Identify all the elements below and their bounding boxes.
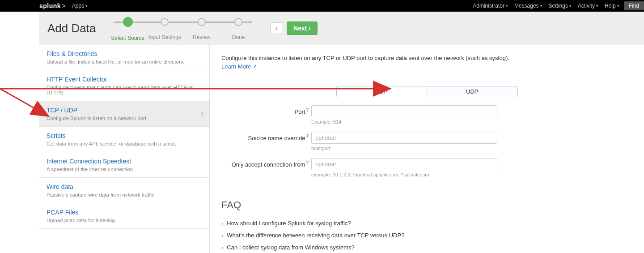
- protocol-option-tcp[interactable]: TCP: [337, 86, 428, 97]
- accept-from-label-text: Only accept connection from: [232, 161, 305, 168]
- faq-question[interactable]: ›What's the difference between receiving…: [221, 229, 632, 241]
- help-label: Help: [605, 3, 616, 9]
- faq-section: FAQ ›How should I configure Splunk for s…: [221, 191, 632, 253]
- brand-chevron-icon: >: [62, 2, 66, 9]
- sidebar-item-speedtest[interactable]: Internet Connection Speedtest A speedtes…: [39, 152, 209, 178]
- sidebar-item-title: PCAP Files: [47, 209, 202, 216]
- wizard-header: Add Data Select Source Input Settings Re…: [39, 12, 644, 45]
- apps-label: Apps: [72, 3, 84, 9]
- accept-from-hint: example: 10.1.2.3, !badhost.splunk.com, …: [311, 172, 632, 177]
- accept-from-row: Only accept connection from?: [221, 158, 632, 170]
- learn-more-label: Learn More: [221, 63, 251, 70]
- accept-from-label: Only accept connection from?: [221, 160, 311, 168]
- sidebar-item-desc: A speedtest of the Internet connection: [47, 167, 202, 172]
- sidebar-item-title: Wire data: [47, 183, 202, 190]
- wizard-step-done[interactable]: Done: [220, 15, 257, 40]
- administrator-menu[interactable]: Administrator▾: [473, 3, 508, 9]
- prev-button[interactable]: ‹: [270, 22, 282, 34]
- sidebar-item-title: Files & Directories: [47, 50, 202, 57]
- wizard-dot-icon: [123, 17, 133, 27]
- caret-down-icon: ▾: [596, 4, 598, 8]
- faq-question-text: What's the difference between receiving …: [227, 232, 404, 239]
- next-button[interactable]: Next ›: [287, 21, 318, 35]
- activity-label: Activity: [578, 3, 595, 9]
- caret-down-icon: ▾: [569, 4, 572, 8]
- port-input[interactable]: [311, 105, 497, 117]
- wizard-step-label: Done: [232, 34, 245, 40]
- find-button[interactable]: Find: [624, 1, 644, 10]
- wizard-step-label: Select Source: [111, 35, 144, 41]
- help-menu[interactable]: Help▾: [605, 3, 619, 9]
- external-link-icon: ↗: [253, 64, 257, 69]
- faq-question[interactable]: ›How should I configure Splunk for syslo…: [221, 217, 632, 229]
- sidebar-item-desc: Get data from any API, service, or datab…: [47, 141, 202, 146]
- protocol-option-udp[interactable]: UDP: [427, 86, 517, 97]
- wizard-step-label: Review: [193, 34, 210, 40]
- port-row: Port?: [221, 105, 632, 117]
- page-title: Add Data: [47, 21, 96, 35]
- apps-menu[interactable]: Apps▾: [72, 3, 88, 9]
- sidebar-item-tcp-udp[interactable]: TCP / UDP Configure Splunk to listen on …: [39, 101, 209, 127]
- port-label: Port?: [221, 107, 311, 115]
- sidebar-item-title: HTTP Event Collector: [47, 76, 202, 83]
- sidebar-item-wire-data[interactable]: Wire data Passively capture wire data fr…: [39, 178, 209, 203]
- source-name-input[interactable]: [311, 132, 497, 144]
- sidebar-item-title: TCP / UDP: [47, 107, 202, 114]
- sidebar-item-title: Scripts: [47, 132, 202, 139]
- chevron-right-icon: ›: [221, 232, 223, 239]
- faq-title: FAQ: [221, 199, 632, 211]
- help-icon[interactable]: ?: [306, 107, 309, 112]
- wizard-controls: ‹ Next ›: [270, 21, 318, 35]
- protocol-segmented-control: TCP UDP: [336, 86, 518, 97]
- sidebar-item-title: Internet Connection Speedtest: [47, 158, 202, 165]
- source-name-hint: host:port: [311, 146, 632, 151]
- brand-text: splunk: [39, 2, 61, 9]
- caret-down-icon: ▾: [540, 4, 542, 8]
- sidebar-item-files-directories[interactable]: Files & Directories Upload a file, index…: [39, 45, 209, 70]
- sidebar-item-desc: Upload pcap data for indexing.: [47, 218, 202, 223]
- wizard-step-review[interactable]: Review: [183, 15, 220, 40]
- content: Files & Directories Upload a file, index…: [39, 45, 644, 253]
- messages-label: Messages: [514, 3, 539, 9]
- wizard-step-label: Input Settings: [148, 34, 181, 40]
- wizard-dot-icon: [198, 18, 206, 26]
- source-name-label: Source name override?: [221, 134, 311, 142]
- learn-more-link[interactable]: Learn More ↗: [221, 63, 257, 70]
- sidebar-item-desc: Configure tokens that clients can use to…: [47, 85, 202, 95]
- caret-down-icon: ▾: [617, 4, 619, 8]
- faq-question[interactable]: ›Can I collect syslog data from Windows …: [221, 241, 632, 253]
- sidebar-item-desc: Upload a file, index a local file, or mo…: [47, 59, 202, 64]
- chevron-right-icon: ›: [221, 220, 223, 227]
- wizard-step-select-source[interactable]: Select Source: [109, 15, 146, 41]
- source-type-sidebar: Files & Directories Upload a file, index…: [39, 45, 210, 253]
- settings-menu[interactable]: Settings▾: [549, 3, 572, 9]
- accept-from-input[interactable]: [311, 158, 497, 170]
- settings-label: Settings: [549, 3, 568, 9]
- caret-down-icon: ▾: [85, 4, 88, 8]
- viewport: { "topbar": { "brand": "splunk", "brand_…: [0, 0, 644, 253]
- port-hint: Example: 514: [311, 119, 632, 124]
- help-icon[interactable]: ?: [306, 160, 309, 165]
- brand-logo[interactable]: splunk>: [39, 2, 66, 9]
- faq-question-text: How should I configure Splunk for syslog…: [227, 220, 351, 227]
- sidebar-item-pcap-files[interactable]: PCAP Files Upload pcap data for indexing…: [39, 203, 209, 229]
- sidebar-item-desc: Passively capture wire data from network…: [47, 192, 202, 197]
- sidebar-item-http-event-collector[interactable]: HTTP Event Collector Configure tokens th…: [39, 70, 209, 101]
- source-name-label-text: Source name override: [248, 135, 305, 142]
- source-name-row: Source name override?: [221, 132, 632, 144]
- port-label-text: Port: [295, 108, 305, 115]
- help-icon[interactable]: ?: [306, 134, 309, 139]
- administrator-label: Administrator: [473, 3, 504, 9]
- wizard-dot-icon: [234, 18, 242, 26]
- caret-down-icon: ▾: [506, 4, 508, 8]
- topbar: splunk> Apps▾ Administrator▾ Messages▾ S…: [39, 0, 644, 12]
- main-panel: Configure this instance to listen on any…: [210, 45, 644, 253]
- sidebar-item-desc: Configure Splunk to listen on a network …: [47, 116, 202, 121]
- chevron-right-icon: ›: [221, 244, 223, 251]
- wizard-steps: Select Source Input Settings Review Done: [109, 15, 257, 41]
- activity-menu[interactable]: Activity▾: [578, 3, 598, 9]
- lead-text: Configure this instance to listen on any…: [221, 55, 632, 61]
- wizard-step-input-settings[interactable]: Input Settings: [146, 15, 183, 40]
- sidebar-item-scripts[interactable]: Scripts Get data from any API, service, …: [39, 127, 209, 152]
- messages-menu[interactable]: Messages▾: [514, 3, 542, 9]
